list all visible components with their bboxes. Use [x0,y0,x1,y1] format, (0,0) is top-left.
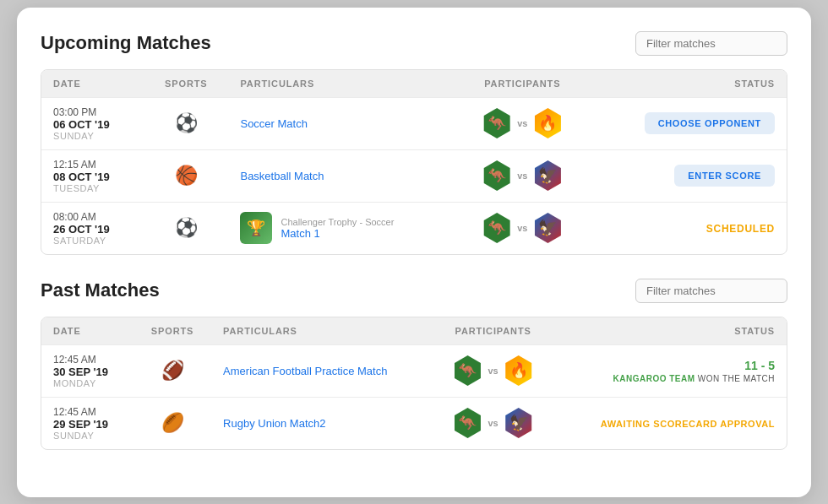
score-winner: KANGAROO TEAM WON THE MATCH [566,374,775,383]
sport-icon-cell: ⚽ [144,202,228,254]
date-cell: 12:15 AM 08 OCT '19 TUESDAY [41,149,144,202]
col-status-past: STATUS [554,317,787,345]
participant2-avatar: 🦅 [532,160,563,191]
date-label: 06 OCT '19 [53,118,132,131]
particulars-cell: 🏆 Challenger Trophy - Soccer Match 1 [228,202,455,254]
col-particulars-past: PARTICULARS [211,317,432,345]
date-cell: 08:00 AM 26 OCT '19 SATURDAY [41,202,144,254]
past-table-header-row: DATE SPORTS PARTICULARS PARTICIPANTS STA… [41,317,787,345]
status-cell: AWAITING SCORECARD APPROVAL [554,397,787,449]
enter-score-button[interactable]: ENTER SCORE [674,165,775,187]
sport-icon-cell: 🏉 [133,397,211,449]
american-football-icon: 🏈 [161,360,184,381]
sport-icon-cell: 🏀 [144,149,228,202]
day-label: MONDAY [53,378,122,388]
main-card: Upcoming Matches DATE SPORTS PARTICULARS… [17,8,811,497]
soccer-icon: ⚽ [175,112,198,133]
participant1-avatar: 🦘 [482,108,512,138]
participant1-avatar: 🦘 [452,355,482,386]
participants-cell: 🦘 vs 🔥 [432,344,555,397]
status-cell: CHOOSE OPPONENT [590,97,787,149]
table-row: 03:00 PM 06 OCT '19 SUNDAY ⚽ Soccer Matc… [41,97,787,149]
date-label: 08 OCT '19 [53,171,132,183]
participant1-avatar: 🦘 [452,408,482,438]
match-link[interactable]: Soccer Match [240,117,307,130]
match-link[interactable]: Basketball Match [240,170,324,182]
participant1-avatar: 🦘 [482,160,512,191]
score-block: 11 - 5 KANGAROO TEAM WON THE MATCH [566,359,775,383]
table-row: 12:45 AM 30 SEP '19 MONDAY 🏈 American Fo… [41,344,787,397]
participant2-avatar: 🔥 [504,355,534,386]
upcoming-table: DATE SPORTS PARTICULARS PARTICIPANTS STA… [41,70,787,254]
date-cell: 12:45 AM 30 SEP '19 MONDAY [41,344,133,397]
participants-cell: 🦘 vs 🔥 [455,97,590,149]
score-line: 11 - 5 [566,359,775,372]
day-label: SUNDAY [53,431,122,441]
particulars-sub: Challenger Trophy - Soccer [281,217,394,227]
past-table: DATE SPORTS PARTICULARS PARTICIPANTS STA… [41,317,787,449]
particulars-cell: Rugby Union Match2 [211,397,432,449]
participant2-avatar: 🦅 [504,408,534,438]
table-row: 12:45 AM 29 SEP '19 SUNDAY 🏉 Rugby Union… [41,397,787,449]
participants-cell: 🦘 vs 🦅 [455,202,590,254]
past-header: Past Matches [41,279,787,303]
status-cell: 11 - 5 KANGAROO TEAM WON THE MATCH [554,344,787,397]
day-label: TUESDAY [53,183,132,193]
participant2-avatar: 🦅 [532,213,563,243]
date-label: 26 OCT '19 [53,223,132,236]
sport-icon-cell: ⚽ [144,97,228,149]
col-date-past: DATE [41,317,133,345]
score-value: 11 - 5 [744,359,775,372]
past-table-wrap: DATE SPORTS PARTICULARS PARTICIPANTS STA… [41,317,787,450]
status-cell: SCHEDULED [590,202,787,254]
date-label: 30 SEP '19 [53,366,122,378]
col-status-upcoming: STATUS [590,70,787,98]
past-title: Past Matches [41,279,160,301]
particulars-cell: Soccer Match [228,97,455,149]
col-sports-past: SPORTS [133,317,211,345]
awaiting-status: AWAITING SCORECARD APPROVAL [601,419,775,429]
trophy-badge-icon: 🏆 [240,212,272,244]
match-link[interactable]: American Football Practice Match [223,365,387,377]
time-label: 08:00 AM [53,211,132,223]
participants-cell: 🦘 vs 🦅 [455,149,590,202]
vs-label: vs [517,223,527,233]
date-cell: 03:00 PM 06 OCT '19 SUNDAY [41,97,144,149]
participant2-avatar: 🔥 [532,108,563,138]
upcoming-filter-input[interactable] [635,31,787,56]
participants-cell: 🦘 vs 🦅 [432,397,555,449]
col-participants-upcoming: PARTICIPANTS [455,70,590,98]
vs-label: vs [517,118,527,128]
upcoming-table-header-row: DATE SPORTS PARTICULARS PARTICIPANTS STA… [41,70,787,98]
date-cell: 12:45 AM 29 SEP '19 SUNDAY [41,397,133,449]
choose-opponent-button[interactable]: CHOOSE OPPONENT [645,112,775,134]
rugby-icon: 🏉 [161,412,184,433]
winner-team: KANGAROO TEAM [613,374,695,383]
date-label: 29 SEP '19 [53,418,122,431]
col-participants-past: PARTICIPANTS [432,317,555,345]
table-row: 12:15 AM 08 OCT '19 TUESDAY 🏀 Basketball… [41,149,787,202]
match-link[interactable]: Match 1 [281,227,319,240]
match-link[interactable]: Rugby Union Match2 [223,417,325,430]
soccer-icon: ⚽ [175,217,198,238]
day-label: SUNDAY [53,131,132,141]
upcoming-header: Upcoming Matches [41,31,787,56]
particulars-cell: American Football Practice Match [211,344,432,397]
past-filter-input[interactable] [635,279,787,303]
col-sports-upcoming: SPORTS [144,70,228,98]
day-label: SATURDAY [53,236,132,246]
col-particulars-upcoming: PARTICULARS [228,70,455,98]
vs-label: vs [488,366,498,376]
time-label: 03:00 PM [53,106,132,118]
scheduled-status: SCHEDULED [706,223,775,235]
sport-icon-cell: 🏈 [133,344,211,397]
upcoming-title: Upcoming Matches [41,32,211,54]
time-label: 12:45 AM [53,354,122,366]
basketball-icon: 🏀 [175,165,198,186]
time-label: 12:15 AM [53,159,132,171]
particulars-cell: Basketball Match [228,149,455,202]
particulars-info: Challenger Trophy - Soccer Match 1 [281,217,394,240]
time-label: 12:45 AM [53,406,122,418]
vs-label: vs [517,171,527,181]
col-date-upcoming: DATE [41,70,144,98]
